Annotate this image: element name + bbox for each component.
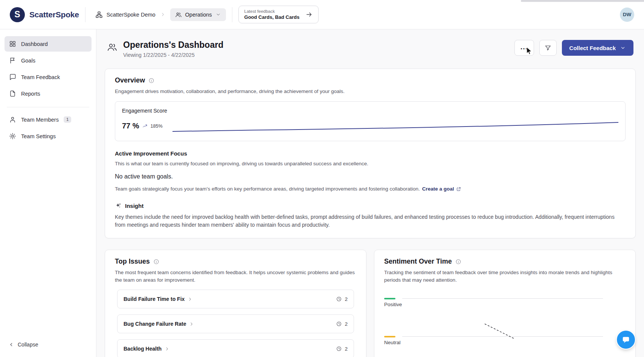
sidebar-collapse-button[interactable]: Collapse xyxy=(5,338,92,351)
issue-label: Backlog Health xyxy=(124,346,162,352)
more-glyph: ... xyxy=(520,43,528,51)
breadcrumb: ScatterSpoke Demo Operations xyxy=(95,8,226,21)
info-icon[interactable] xyxy=(153,259,159,265)
sentiment-trend-overlay xyxy=(384,290,626,357)
info-icon[interactable] xyxy=(148,78,154,84)
chat-launcher-button[interactable] xyxy=(617,331,635,349)
overview-card: Overview Engagement drives motivation, c… xyxy=(105,69,636,238)
sidebar-item-label: Team Members xyxy=(21,117,59,123)
overview-description: Engagement drives motivation, collaborat… xyxy=(115,88,626,95)
more-options-button[interactable]: ... xyxy=(514,40,534,56)
create-goal-link[interactable]: Create a goal xyxy=(422,186,461,192)
overview-title: Overview xyxy=(115,76,145,84)
issue-label: Bug Change Failure Rate xyxy=(124,321,186,327)
chevron-right-icon xyxy=(164,346,170,352)
topbar: S ScatterSpoke ScatterSpoke Demo Operati… xyxy=(0,0,644,29)
sidebar-item-label: Dashboard xyxy=(21,41,48,47)
issue-count: 2 xyxy=(345,296,348,302)
sidebar-item-reports[interactable]: Reports xyxy=(5,86,92,101)
sidebar-item-label: Reports xyxy=(21,91,40,97)
issue-item-bug-change-failure[interactable]: Bug Change Failure Rate 2 xyxy=(117,314,354,333)
latest-feedback-label: Latest feedback xyxy=(244,9,300,14)
team-members-count-badge: 1 xyxy=(64,116,71,123)
external-link-icon xyxy=(456,186,461,192)
team-group-icon xyxy=(107,42,118,52)
issue-count: 2 xyxy=(345,346,348,352)
workspace-name: ScatterSpoke Demo xyxy=(107,12,156,18)
logo-icon: S xyxy=(10,7,25,22)
page-header: Operations's Dashboard Viewing 1/22/2025… xyxy=(107,40,633,58)
filter-icon xyxy=(545,44,551,51)
user-avatar[interactable]: DW xyxy=(620,8,634,22)
engagement-change-value: 185% xyxy=(151,124,163,129)
engagement-sparkline xyxy=(172,118,618,134)
engagement-score-label: Engagement Score xyxy=(122,108,618,114)
goals-helper-copy: Team goals strategically focus your team… xyxy=(115,186,420,192)
sparkle-icon xyxy=(115,202,122,209)
dashboard-icon xyxy=(9,40,16,47)
collect-feedback-button[interactable]: Collect Feedback xyxy=(562,40,633,56)
logo-letter: S xyxy=(14,9,20,20)
flag-icon xyxy=(9,57,16,64)
top-issues-title: Top Issues xyxy=(115,258,150,265)
no-goals-empty-state: No active team goals. xyxy=(115,173,626,180)
sidebar-item-label: Goals xyxy=(21,58,35,64)
issue-count: 2 xyxy=(345,321,348,327)
sidebar-item-goals[interactable]: Goals xyxy=(5,53,92,68)
divider xyxy=(232,7,232,22)
active-focus-title: Active Improvement Focus xyxy=(115,150,626,157)
sidebar-item-dashboard[interactable]: Dashboard xyxy=(5,36,92,52)
team-selector[interactable]: Operations xyxy=(170,8,226,21)
scrollbar-thumb[interactable] xyxy=(521,0,644,2)
sidebar-item-team-settings[interactable]: Team Settings xyxy=(5,128,92,144)
sentiment-title: Sentiment Over Time xyxy=(384,258,452,265)
issue-item-build-failure[interactable]: Build Failure Time to Fix 2 xyxy=(117,290,354,308)
page-title: Operations's Dashboard xyxy=(123,40,223,50)
engagement-sparkline-line xyxy=(172,122,618,131)
file-icon xyxy=(9,90,16,97)
top-issues-description: The most frequent team concerns identifi… xyxy=(115,269,356,284)
history-icon xyxy=(336,321,342,327)
chat-bubble-icon xyxy=(622,336,630,344)
sentiment-chart: Positive Neutral Negative xyxy=(384,290,626,357)
info-icon[interactable] xyxy=(455,259,461,265)
engagement-score-value: 77 % xyxy=(122,122,139,130)
team-selector-label: Operations xyxy=(185,12,212,18)
latest-feedback-value: Good Cards, Bad Cards xyxy=(244,14,300,20)
sidebar-item-label: Team Feedback xyxy=(21,74,60,80)
arrow-right-icon xyxy=(305,11,313,18)
avatar-initials: DW xyxy=(623,12,632,17)
message-icon xyxy=(9,73,16,81)
insight-text: Key themes include the need for improved… xyxy=(115,213,626,229)
collect-feedback-label: Collect Feedback xyxy=(569,45,616,51)
sentiment-description: Tracking the sentiment of team feedback … xyxy=(384,269,626,284)
date-range: Viewing 1/22/2025 - 4/22/2025 xyxy=(123,52,223,58)
sentiment-card: Sentiment Over Time Tracking the sentime… xyxy=(374,250,636,357)
workspace-breadcrumb[interactable]: ScatterSpoke Demo xyxy=(95,11,156,18)
chevron-right-icon xyxy=(189,321,194,327)
chevron-left-icon xyxy=(8,342,14,348)
chevron-right-icon xyxy=(160,12,166,17)
create-goal-label: Create a goal xyxy=(422,186,454,192)
top-issues-card: Top Issues The most frequent team concer… xyxy=(105,250,366,357)
history-icon xyxy=(336,296,342,302)
team-icon xyxy=(175,11,182,18)
engagement-score-panel: Engagement Score 77 % 185% xyxy=(115,101,626,141)
issue-item-backlog-health[interactable]: Backlog Health 2 xyxy=(117,339,354,357)
gear-icon xyxy=(9,133,16,140)
latest-feedback-card[interactable]: Latest feedback Good Cards, Bad Cards xyxy=(238,6,319,23)
sidebar-item-label: Team Settings xyxy=(21,133,56,139)
trend-up-icon xyxy=(142,124,148,129)
insight-title: Insight xyxy=(125,203,143,209)
goals-helper-text: Team goals strategically focus your team… xyxy=(115,186,626,192)
app-root: S ScatterSpoke ScatterSpoke Demo Operati… xyxy=(0,0,644,357)
divider xyxy=(7,107,89,107)
brand-logo[interactable]: S ScatterSpoke xyxy=(10,7,79,22)
sidebar-item-team-feedback[interactable]: Team Feedback xyxy=(5,69,92,85)
divider xyxy=(85,7,85,22)
filter-button[interactable] xyxy=(539,40,557,56)
sidebar-item-team-members[interactable]: Team Members 1 xyxy=(5,112,92,127)
brand-name: ScatterSpoke xyxy=(29,10,79,19)
sentiment-trend-line xyxy=(485,324,515,339)
collapse-label: Collapse xyxy=(18,342,38,348)
